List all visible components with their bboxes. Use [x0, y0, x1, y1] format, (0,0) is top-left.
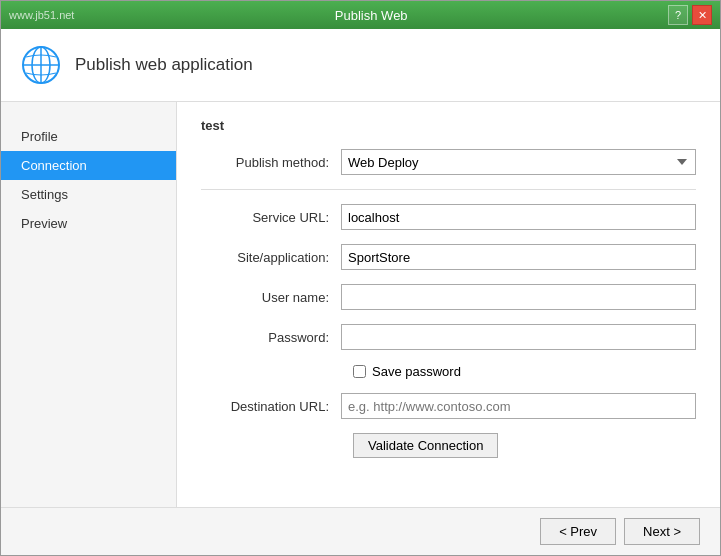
divider-1 [201, 189, 696, 190]
prev-button[interactable]: < Prev [540, 518, 616, 545]
save-password-checkbox[interactable] [353, 365, 366, 378]
validate-row: Validate Connection [201, 433, 696, 458]
service-url-row: Service URL: [201, 204, 696, 230]
sidebar: Profile Connection Settings Preview [1, 102, 176, 507]
save-password-label[interactable]: Save password [372, 364, 461, 379]
title-controls: ? ✕ [668, 5, 712, 25]
sidebar-item-settings[interactable]: Settings [1, 180, 176, 209]
service-url-label: Service URL: [201, 210, 341, 225]
globe-icon [21, 45, 61, 85]
user-name-row: User name: [201, 284, 696, 310]
next-button[interactable]: Next > [624, 518, 700, 545]
password-row: Password: [201, 324, 696, 350]
sidebar-item-preview[interactable]: Preview [1, 209, 176, 238]
section-title: test [201, 118, 696, 133]
header-title: Publish web application [75, 55, 253, 75]
close-button[interactable]: ✕ [692, 5, 712, 25]
sidebar-item-connection[interactable]: Connection [1, 151, 176, 180]
publish-method-select[interactable]: Web Deploy Web Deploy Package FTP File S… [341, 149, 696, 175]
password-input[interactable] [341, 324, 696, 350]
title-bar: www.jb51.net Publish Web ? ✕ [1, 1, 720, 29]
user-name-label: User name: [201, 290, 341, 305]
header-section: Publish web application [1, 29, 720, 102]
window-title: Publish Web [74, 8, 668, 23]
help-button[interactable]: ? [668, 5, 688, 25]
sidebar-item-profile[interactable]: Profile [1, 122, 176, 151]
password-label: Password: [201, 330, 341, 345]
user-name-input[interactable] [341, 284, 696, 310]
site-application-input[interactable] [341, 244, 696, 270]
content-area: Profile Connection Settings Preview test… [1, 102, 720, 507]
watermark-top: www.jb51.net [9, 9, 74, 21]
destination-url-input[interactable] [341, 393, 696, 419]
save-password-row: Save password [353, 364, 696, 379]
site-application-label: Site/application: [201, 250, 341, 265]
site-application-row: Site/application: [201, 244, 696, 270]
destination-url-row: Destination URL: [201, 393, 696, 419]
main-content: test Publish method: Web Deploy Web Depl… [176, 102, 720, 507]
publish-method-label: Publish method: [201, 155, 341, 170]
service-url-input[interactable] [341, 204, 696, 230]
footer: < Prev Next > [1, 507, 720, 555]
publish-method-row: Publish method: Web Deploy Web Deploy Pa… [201, 149, 696, 175]
validate-connection-button[interactable]: Validate Connection [353, 433, 498, 458]
destination-url-label: Destination URL: [201, 399, 341, 414]
